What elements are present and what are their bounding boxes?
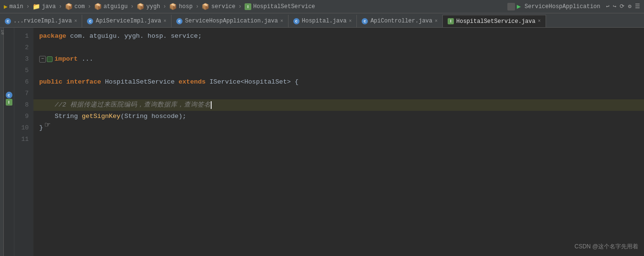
tab-label-apiserviceimpl: ApiServiceImpl.java [96,18,161,24]
kw-import: import [54,53,78,65]
run-config-label: ServiceHospApplication [525,3,600,10]
tab-icon-apiserviceimpl: c [87,18,93,24]
code-line-6: public interface HospitalSetService exte… [39,76,644,88]
code-line-8: //2 根据传递过来医院编码，查询数据库，查询签名 [33,99,644,111]
code-line-5 [39,65,644,76]
tab-icon-serviceimpl: c [5,18,11,24]
classname-hospitalsetservice: HospitalSetService [101,76,179,88]
space1 [63,76,66,88]
tab-close-apicontroller[interactable]: × [435,19,438,24]
tabs-bar: c ...rviceImpl.java × c ApiServiceImpl.j… [0,13,644,28]
bc-hosp: hosp [179,3,193,10]
folder-icon-hosp: 📦 [169,3,177,11]
line-num-3: 3 [14,53,32,65]
line-num-1: 1 [14,31,32,42]
line-num-7: 7 [14,88,32,99]
line-num-9: 9 [14,111,32,122]
kw-package: package [39,31,66,42]
code-line-7 [39,88,644,99]
line-num-6: 6 [14,76,32,88]
tab-close-hospital[interactable]: × [349,19,352,24]
folder-icon-com: 📦 [65,3,73,11]
tab-hospital[interactable]: c Hospital.java × [289,15,357,27]
tab-hospitalsetservice[interactable]: I HospitalSetService.java × [443,15,546,27]
bc-yygh: yygh [146,3,160,10]
tab-label-apicontroller: ApiController.java [370,18,432,24]
code-line-10: } [39,122,644,134]
run-icon[interactable]: ▶ [517,2,521,11]
iservice-generic: IService<HospitalSet> { [205,76,298,88]
toolbar-icons: ↩ ↪ ⟳ ⚙ ☰ [606,3,640,10]
line-num-2: 2 [14,42,32,53]
left-panel: le [0,28,4,256]
folder-icon-atguigu: 📦 [94,3,102,11]
breadcrumb: ▶ main › 📁 java › 📦 com › 📦 atguigu › 📦 … [4,3,315,11]
code-line-2 [39,42,644,53]
tab-label-hospital: Hospital.java [302,18,347,24]
text-cursor [211,101,212,109]
interface-icon-bc: I [245,3,251,10]
closing-brace: } [39,122,43,134]
folder-icon-service: 📦 [202,3,209,11]
code-content[interactable]: package com. atguigu. yygh. hosp. servic… [33,28,644,256]
import-fold-bg [47,56,53,62]
line-num-11: 11 [14,134,32,145]
line-num-10: 10 [14,122,32,134]
tab-icon-servicehospapp: c [176,18,182,24]
tab-icon-hospitalsetservice: I [448,18,454,24]
return-type-string: String [39,111,82,122]
tab-icon-apicontroller: c [362,18,368,24]
gutter-icons: c I [4,28,14,256]
tab-serviceimpl[interactable]: c ...rviceImpl.java × [0,15,82,27]
folder-icon-yygh: 📦 [137,3,144,11]
watermark: CSDN @这个名字先用着 [574,241,638,252]
method-getsignkey: getSignKey [82,111,120,122]
pkg-path: com. atguigu. yygh. hosp. service; [66,31,202,42]
editor-area: le c I 1 2 3 5 6 7 8 9 10 11 package com… [0,28,644,256]
folder-icon-java: 📁 [32,3,40,11]
line-num-5: 5 [14,65,32,76]
bc-atguigu: atguigu [104,3,128,10]
bc-main: main [10,3,23,10]
method-params: (String hoscode); [120,111,186,122]
tab-label-hospitalsetservice: HospitalSetService.java [456,18,536,25]
line-num-8: 8 [14,99,32,111]
tab-label-servicehospapp: ServiceHospApplication.java [185,18,278,24]
comment-line8: //2 根据传递过来医院编码，查询数据库，查询签名 [39,99,211,111]
titlebar: ▶ main › 📁 java › 📦 com › 📦 atguigu › 📦 … [0,0,644,13]
gutter-badge-c: c [6,92,12,98]
tab-apicontroller[interactable]: c ApiController.java × [357,15,443,27]
code-line-3: − import ... [39,53,644,65]
tab-servicehospapp[interactable]: c ServiceHospApplication.java × [172,15,288,27]
bc-service: service [211,3,235,10]
line-numbers: 1 2 3 5 6 7 8 9 10 11 [14,28,33,256]
tab-icon-hospital: c [293,18,300,24]
tab-close-serviceimpl[interactable]: × [74,19,77,24]
folder-icon: ▶ [4,3,8,11]
bc-classname: HospitalSetService [253,3,315,10]
bc-java: java [42,3,56,10]
bc-com: com [75,3,85,10]
tab-label-serviceimpl: ...rviceImpl.java [13,18,72,24]
import-dots: ... [78,53,93,65]
kw-public: public [39,76,63,88]
code-line-11 [39,134,644,145]
tab-apiserviceimpl[interactable]: c ApiServiceImpl.java × [82,15,172,27]
fold-icon-import[interactable]: − [39,56,46,63]
toolbar-icon-1[interactable] [507,3,515,11]
tab-close-apiserviceimpl[interactable]: × [163,19,166,24]
kw-interface: interface [66,76,101,88]
gutter-badge-i: I [6,99,12,106]
code-line-9: String getSignKey (String hoscode); [39,111,644,122]
code-line-1: package com. atguigu. yygh. hosp. servic… [39,31,644,42]
tab-close-hospitalsetservice[interactable]: × [538,19,541,24]
kw-extends: extends [179,76,206,88]
tab-close-servicehospapp[interactable]: × [280,19,283,24]
